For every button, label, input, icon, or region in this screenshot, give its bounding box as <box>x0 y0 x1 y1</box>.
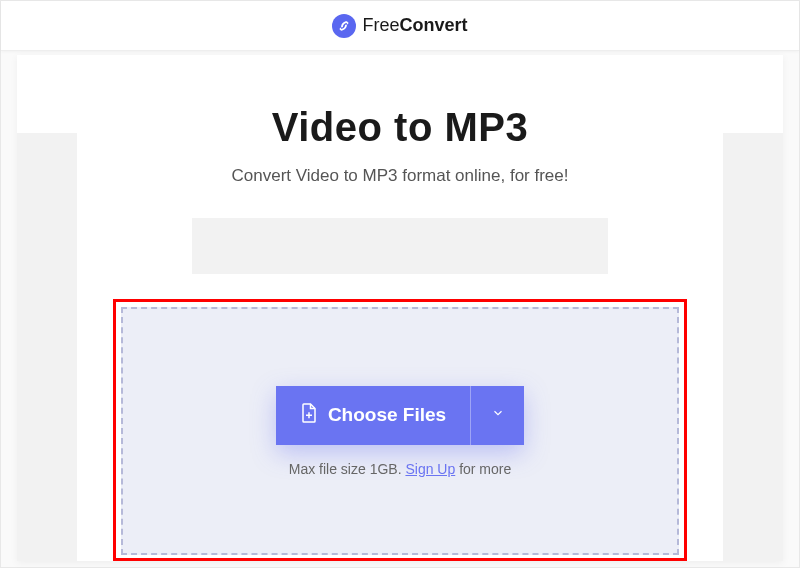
hint-prefix: Max file size 1GB. <box>289 461 406 477</box>
sign-up-link[interactable]: Sign Up <box>405 461 455 477</box>
page-wrapper: FreeConvert Video to MP3 Convert Video t… <box>0 0 800 568</box>
page-title: Video to MP3 <box>17 105 783 150</box>
page-subtitle: Convert Video to MP3 format online, for … <box>17 166 783 186</box>
logo-text-bold: Convert <box>400 15 468 35</box>
logo-text-light: Free <box>362 15 399 35</box>
content-card: Video to MP3 Convert Video to MP3 format… <box>17 55 783 561</box>
logo-text: FreeConvert <box>362 15 467 36</box>
ad-placeholder <box>192 218 608 274</box>
choose-files-label: Choose Files <box>328 404 446 426</box>
choose-files-button[interactable]: Choose Files <box>276 386 470 445</box>
choose-files-dropdown-toggle[interactable] <box>470 386 524 445</box>
file-size-hint: Max file size 1GB. Sign Up for more <box>289 461 512 477</box>
convert-circle-icon <box>332 14 356 38</box>
site-header: FreeConvert <box>1 1 799 51</box>
chevron-down-icon <box>491 406 505 424</box>
main-content: Video to MP3 Convert Video to MP3 format… <box>17 55 783 561</box>
file-drop-zone[interactable]: Choose Files Max file size 1GB. Sign Up … <box>121 307 679 555</box>
choose-files-button-group: Choose Files <box>276 386 524 445</box>
hint-suffix: for more <box>455 461 511 477</box>
site-logo[interactable]: FreeConvert <box>332 14 467 38</box>
file-add-icon <box>300 402 318 429</box>
